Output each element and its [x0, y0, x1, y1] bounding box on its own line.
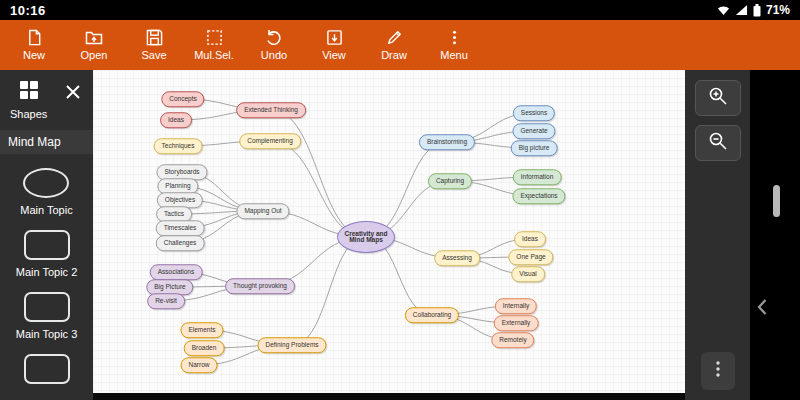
toolbar: New Open Save Mul.Sel. Undo: [0, 20, 800, 70]
mindmap-node-narrow[interactable]: Narrow: [181, 357, 218, 373]
shape-item-label: Main Topic 3: [16, 328, 78, 340]
mindmap-node-tech[interactable]: Techniques: [154, 138, 203, 154]
mindmap-node-capt[interactable]: Capturing: [428, 173, 472, 189]
mindmap-node-map[interactable]: Mapping Out: [236, 203, 289, 219]
status-time: 10:16: [10, 3, 46, 18]
shape-item-label: Main Topic 2: [16, 266, 78, 278]
mindmap-node-assoc[interactable]: Associations: [150, 264, 203, 280]
mindmap-node-expectations[interactable]: Expectations: [512, 188, 565, 204]
drawing-canvas[interactable]: Creativity and Mind MapsExtended Thinkin…: [93, 70, 685, 393]
shape-item-main-topic[interactable]: Main Topic: [20, 168, 72, 216]
shape-item-main-topic-2[interactable]: Main Topic 2: [16, 230, 78, 278]
mindmap-node-broaden[interactable]: Broaden: [184, 340, 225, 356]
shapes-sidebar: Shapes Mind Map Main Topic Main Topic 2: [0, 70, 93, 400]
draw-icon: [386, 29, 403, 46]
mindmap-node-sessions[interactable]: Sessions: [513, 105, 555, 121]
rounded-rect-shape-icon: [24, 230, 70, 260]
right-edge-strip: [750, 70, 800, 400]
zoom-in-button[interactable]: [695, 80, 741, 116]
canvas-wrapper: Creativity and Mind MapsExtended Thinkin…: [93, 70, 685, 400]
mindmap-node-externally[interactable]: Externally: [494, 315, 539, 331]
zoom-in-icon: [708, 86, 728, 110]
undo-icon: [265, 29, 283, 46]
multi-select-icon: [206, 29, 223, 46]
multi-select-label: Mul.Sel.: [194, 49, 234, 61]
mindmap-node-ext[interactable]: Extended Thinking: [236, 102, 306, 118]
new-label: New: [23, 49, 45, 61]
mindmap-node-internally[interactable]: Internally: [495, 298, 537, 314]
close-sidebar-button[interactable]: [61, 80, 85, 108]
menu-button[interactable]: Menu: [424, 20, 484, 70]
mindmap-node-visual[interactable]: Visual: [511, 266, 545, 282]
mindmap-node-assess[interactable]: Assessing: [434, 250, 480, 266]
open-icon: [85, 29, 103, 46]
ellipse-shape-icon: [23, 168, 69, 198]
mindmap-node-concepts[interactable]: Concepts: [161, 91, 204, 107]
undo-button[interactable]: Undo: [244, 20, 304, 70]
shapes-tab[interactable]: Shapes: [10, 80, 47, 120]
undo-label: Undo: [261, 49, 287, 61]
more-options-button[interactable]: [701, 352, 735, 390]
close-icon: [65, 86, 81, 103]
new-button[interactable]: New: [4, 20, 64, 70]
mindmap-node-ideasL[interactable]: Ideas: [160, 112, 192, 128]
more-vertical-icon: [711, 359, 725, 383]
multi-select-button[interactable]: Mul.Sel.: [184, 20, 244, 70]
main-area: Shapes Mind Map Main Topic Main Topic 2: [0, 70, 800, 400]
save-icon: [146, 29, 163, 46]
shape-item-main-topic-3[interactable]: Main Topic 3: [16, 292, 78, 340]
mindmap-node-defp[interactable]: Defining Problems: [257, 337, 326, 353]
mindmap-node-center[interactable]: Creativity and Mind Maps: [337, 221, 395, 253]
mindmap-node-revisit[interactable]: Re-visit: [147, 293, 185, 309]
zoom-panel: [685, 70, 750, 400]
grid-icon: [19, 80, 39, 104]
mindmap-node-information[interactable]: Information: [513, 169, 562, 185]
mindmap-nodes: Creativity and Mind MapsExtended Thinkin…: [93, 70, 685, 393]
mindmap-node-collab[interactable]: Collaborating: [405, 307, 459, 323]
open-button[interactable]: Open: [64, 20, 124, 70]
zoom-out-icon: [708, 131, 728, 155]
view-button[interactable]: View: [304, 20, 364, 70]
zoom-out-button[interactable]: [695, 125, 741, 161]
draw-label: Draw: [381, 49, 407, 61]
multi-select-label-save: Save: [141, 49, 166, 61]
menu-icon: [446, 29, 463, 46]
new-icon: [26, 29, 43, 46]
mindmap-node-bigpicR[interactable]: Big picture: [511, 140, 558, 156]
rounded-rect-shape-icon: [24, 354, 70, 384]
chevron-left-icon: [756, 302, 768, 319]
shape-category-title: Mind Map: [0, 130, 93, 154]
shape-item-label: Main Topic: [20, 204, 72, 216]
mindmap-node-elements[interactable]: Elements: [180, 322, 223, 338]
mindmap-node-generate[interactable]: Generate: [512, 123, 555, 139]
wifi-icon: [717, 4, 730, 16]
view-label: View: [322, 49, 346, 61]
battery-percent: 71%: [766, 3, 790, 17]
mindmap-node-onepage[interactable]: One Page: [508, 249, 553, 265]
shapes-label: Shapes: [10, 108, 47, 120]
vertical-scrollbar[interactable]: [773, 185, 780, 217]
menu-label: Menu: [440, 49, 468, 61]
shape-item-partial[interactable]: [24, 354, 70, 390]
draw-button[interactable]: Draw: [364, 20, 424, 70]
shape-list: Main Topic Main Topic 2 Main Topic 3: [0, 154, 93, 390]
collapse-panel-chevron[interactable]: [756, 298, 768, 320]
status-bar: 10:16 71%: [0, 0, 800, 20]
battery-icon: [753, 4, 761, 17]
mindmap-node-brain[interactable]: Brainstorming: [419, 134, 475, 150]
rounded-rect-shape-icon: [24, 292, 70, 322]
view-icon: [326, 29, 343, 46]
signal-icon: [735, 4, 748, 16]
mindmap-node-challenges[interactable]: Challenges: [156, 235, 205, 251]
mindmap-node-thought[interactable]: Thought provoking: [225, 278, 295, 294]
save-button[interactable]: Save: [124, 20, 184, 70]
mindmap-node-comp[interactable]: Complementing: [239, 133, 301, 149]
mindmap-node-ideasR[interactable]: Ideas: [514, 231, 546, 247]
mindmap-node-timescales[interactable]: Timescales: [156, 220, 205, 236]
mindmap-node-remotely[interactable]: Remotely: [491, 332, 534, 348]
open-label: Open: [81, 49, 108, 61]
